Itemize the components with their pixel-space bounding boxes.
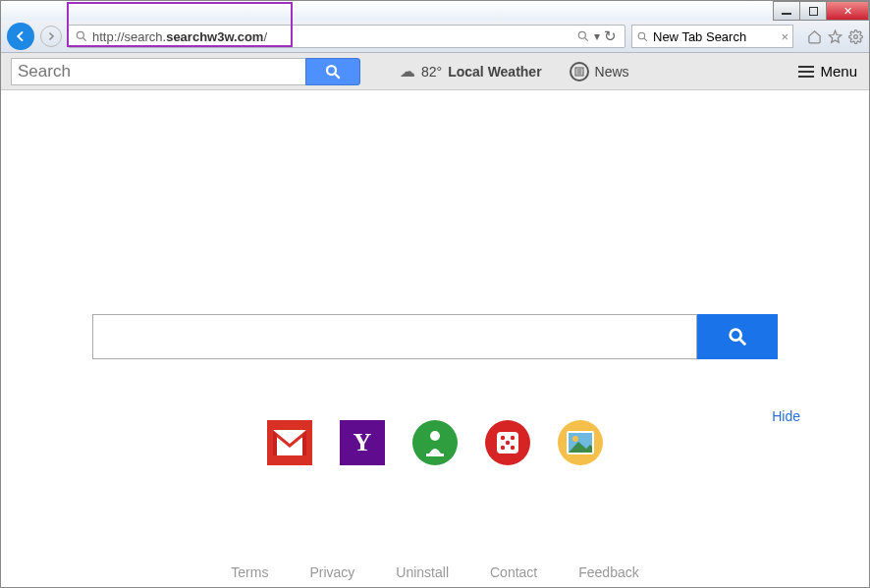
svg-point-15 [511,436,515,440]
svg-point-21 [572,436,578,442]
toolbar-search-button[interactable] [305,58,360,85]
quick-links: Y [267,420,603,465]
main-search-input[interactable] [92,314,697,359]
yahoo-link[interactable]: Y [340,420,385,465]
svg-point-1 [578,31,585,38]
dice-icon [493,428,522,457]
svg-point-14 [501,436,505,440]
main-search-button[interactable] [697,314,778,359]
refresh-button[interactable]: ↻ [604,27,617,45]
minimize-button[interactable] [773,1,800,21]
search-icon [324,63,342,80]
svg-point-11 [430,431,440,441]
settings-icon[interactable] [848,29,863,44]
weather-temp: 82° [421,64,442,80]
weather-widget[interactable]: ☁ 82° Local Weather [400,62,542,80]
nav-forward-button[interactable] [40,26,62,47]
svg-point-18 [511,446,515,450]
picture-icon [567,431,594,454]
footer-contact[interactable]: Contact [490,564,537,580]
svg-point-0 [77,31,83,38]
footer: Terms Privacy Uninstall Contact Feedback [1,554,869,588]
pawn-icon [422,428,448,457]
nav-back-button[interactable] [7,23,34,50]
news-icon [570,62,589,81]
svg-point-9 [731,330,741,341]
svg-rect-12 [426,454,444,456]
main-search [92,314,778,359]
svg-point-2 [638,32,645,39]
svg-point-4 [327,66,336,75]
hamburger-icon [798,66,814,78]
maximize-button[interactable] [799,1,827,21]
weather-icon: ☁ [400,62,415,80]
url-text: http://search.searchw3w.com/ [92,29,267,44]
close-button[interactable]: ✕ [826,1,869,21]
browser-tab[interactable]: New Tab Search × [631,25,793,48]
dice-link[interactable] [485,420,530,465]
footer-uninstall[interactable]: Uninstall [396,564,449,580]
footer-privacy[interactable]: Privacy [309,564,354,580]
gmail-icon [273,430,306,455]
browser-chrome: http://search.searchw3w.com/ ▾ ↻ New Tab… [1,21,869,53]
url-search-icon[interactable] [576,29,590,43]
svg-point-17 [501,446,505,450]
news-label: News [595,64,629,80]
tab-search-icon [636,30,649,43]
photos-link[interactable] [558,420,603,465]
tab-title: New Tab Search [653,29,746,44]
address-bar[interactable]: http://search.searchw3w.com/ ▾ ↻ [68,25,625,48]
toolbar-search-input[interactable] [11,58,305,85]
svg-point-3 [854,34,858,38]
footer-terms[interactable]: Terms [231,564,268,580]
footer-feedback[interactable]: Feedback [578,564,638,580]
toolbar-search [11,58,360,85]
extension-toolbar: ☁ 82° Local Weather News Menu [1,53,869,90]
hide-link[interactable]: Hide [772,408,800,424]
menu-button[interactable]: Menu [798,63,857,80]
yahoo-icon: Y [353,428,372,457]
window-titlebar: ✕ [1,1,869,21]
games-link[interactable] [412,420,458,465]
weather-label: Local Weather [448,64,541,80]
home-icon[interactable] [807,29,822,44]
search-dropdown-icon[interactable]: ▾ [594,29,600,43]
favorites-icon[interactable] [828,29,843,44]
search-icon [727,326,748,347]
search-icon [75,29,88,43]
svg-rect-10 [273,430,306,455]
news-widget[interactable]: News [570,62,629,81]
menu-label: Menu [820,63,857,80]
svg-point-16 [506,441,510,445]
tab-close-button[interactable]: × [781,29,788,44]
page-content: Hide Y Terms Privacy Uninstall Contact F… [1,90,869,588]
gmail-link[interactable] [267,420,312,465]
